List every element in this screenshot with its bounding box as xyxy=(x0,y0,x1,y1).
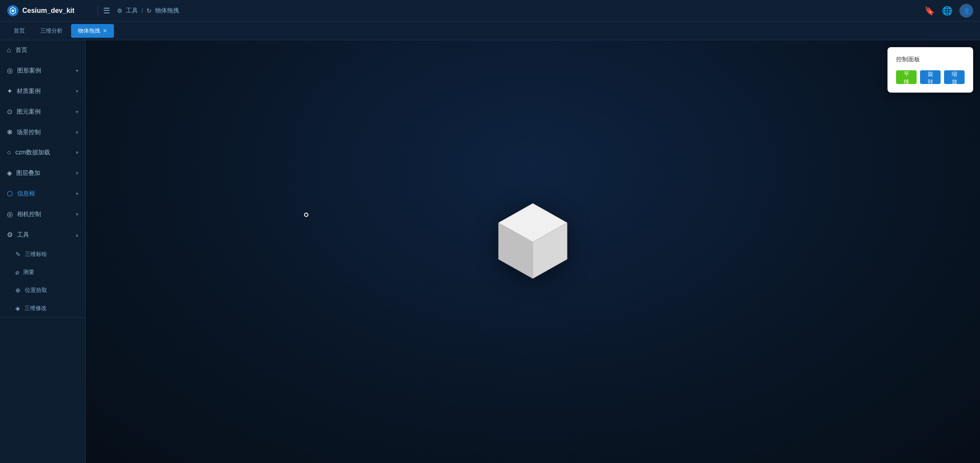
cursor xyxy=(304,213,308,217)
layer-add-arrow-icon: ▾ xyxy=(76,170,78,176)
tab-3d-analysis-label: 三维分析 xyxy=(40,27,63,35)
czm-data-arrow-icon: ▾ xyxy=(76,150,78,156)
viewport[interactable]: 控制面板 平移 旋转 缩放 xyxy=(86,40,980,463)
sidebar-item-camera-control[interactable]: ◎ 相机控制 ▾ xyxy=(0,204,85,225)
tools-icon: ⚙ xyxy=(7,231,13,239)
avatar-icon: 👤 xyxy=(963,7,970,14)
graphic-cases-icon: ◎ xyxy=(7,66,13,75)
camera-control-icon: ◎ xyxy=(7,210,13,218)
sidebar-item-layer-add[interactable]: ◈ 图层叠加 ▾ xyxy=(0,163,85,183)
element-cases-arrow-icon: ▾ xyxy=(76,109,78,115)
camera-control-arrow-icon: ▾ xyxy=(76,211,78,217)
3d-cube xyxy=(494,199,571,285)
tabs-bar: 首页 三维分析 物体拖拽 ✕ xyxy=(0,21,980,40)
nav-tool-icon: ⚙ xyxy=(117,7,122,14)
3d-cube-container xyxy=(494,199,571,287)
measure-icon: ⌀ xyxy=(15,269,19,276)
scene-control-icon: ❋ xyxy=(7,128,12,136)
nav-tool-label: 工具 xyxy=(126,7,138,15)
bookmark-icon[interactable]: 🔖 xyxy=(924,6,935,16)
svg-point-1 xyxy=(12,9,14,12)
tab-close-icon[interactable]: ✕ xyxy=(103,28,107,34)
location-pick-icon: ⊕ xyxy=(15,287,21,294)
breadcrumb-separator: / xyxy=(141,7,143,14)
logo-icon xyxy=(7,5,19,17)
home-icon: ⌂ xyxy=(7,46,11,54)
scene-control-arrow-icon: ▾ xyxy=(76,129,78,135)
sidebar-material-cases-label: 材质案例 xyxy=(17,87,72,95)
header: Cesium_dev_kit ☰ ⚙ 工具 / ↻ 物体拖拽 🔖 🌐 👤 xyxy=(0,0,980,21)
info-box-arrow-icon: ▾ xyxy=(76,191,78,197)
sidebar-tools-label: 工具 xyxy=(17,231,72,239)
control-panel: 控制面板 平移 旋转 缩放 xyxy=(887,47,973,93)
measure-label: 测量 xyxy=(23,268,34,276)
sidebar-item-czm-data[interactable]: ○ czm数据加载 ▾ xyxy=(0,143,85,163)
element-cases-icon: ⊙ xyxy=(7,108,12,116)
scale-button[interactable]: 缩放 xyxy=(944,70,965,84)
logo-text: Cesium_dev_kit xyxy=(22,7,75,15)
sidebar-sub-item-location-pick[interactable]: ⊕ 位置拾取 xyxy=(0,281,85,299)
tab-home[interactable]: 首页 xyxy=(7,24,32,38)
tab-object-drag-label: 物体拖拽 xyxy=(78,27,100,35)
rotate-button[interactable]: 旋转 xyxy=(920,70,941,84)
logo: Cesium_dev_kit xyxy=(7,5,93,17)
sidebar-graphic-cases-label: 图形案例 xyxy=(17,67,72,75)
sidebar-sub-item-measure[interactable]: ⌀ 测量 xyxy=(0,263,85,281)
globe-icon[interactable]: 🌐 xyxy=(942,6,953,16)
sidebar-camera-control-label: 相机控制 xyxy=(17,210,72,218)
main-layout: ⌂ 首页 ◎ 图形案例 ▾ ✦ 材质案例 ▾ ⊙ 图元案例 ▾ ❋ 场景控制 ▾… xyxy=(0,40,980,463)
avatar[interactable]: 👤 xyxy=(959,4,973,18)
breadcrumb: ☰ ⚙ 工具 / ↻ 物体拖拽 xyxy=(103,6,179,15)
nav-page-label: 物体拖拽 xyxy=(155,7,179,15)
sidebar-item-home[interactable]: ⌂ 首页 xyxy=(0,40,85,60)
info-box-icon: ⬡ xyxy=(7,189,13,198)
nav-page-icon: ↻ xyxy=(146,7,152,14)
header-divider xyxy=(98,6,98,16)
sidebar: ⌂ 首页 ◎ 图形案例 ▾ ✦ 材质案例 ▾ ⊙ 图元案例 ▾ ❋ 场景控制 ▾… xyxy=(0,40,86,463)
3d-markup-icon: ✎ xyxy=(15,251,21,258)
control-panel-buttons: 平移 旋转 缩放 xyxy=(896,70,965,84)
sidebar-sub-item-3d-modify[interactable]: ◈ 三维修改 xyxy=(0,299,85,318)
translate-button[interactable]: 平移 xyxy=(896,70,917,84)
sidebar-home-label: 首页 xyxy=(15,46,78,54)
sidebar-item-tools[interactable]: ⚙ 工具 ▴ xyxy=(0,225,85,245)
tab-object-drag[interactable]: 物体拖拽 ✕ xyxy=(71,24,114,38)
sidebar-czm-data-label: czm数据加载 xyxy=(15,149,72,156)
graphic-cases-arrow-icon: ▾ xyxy=(76,68,78,74)
location-pick-label: 位置拾取 xyxy=(25,286,47,294)
sidebar-info-box-label: 信息框 xyxy=(17,190,72,198)
sidebar-layer-add-label: 图层叠加 xyxy=(16,169,72,177)
czm-data-icon: ○ xyxy=(7,149,11,156)
3d-modify-label: 三维修改 xyxy=(24,304,47,312)
header-right: 🔖 🌐 👤 xyxy=(924,4,973,18)
sidebar-scene-control-label: 场景控制 xyxy=(17,129,72,136)
tab-home-label: 首页 xyxy=(14,27,25,35)
sidebar-item-graphic-cases[interactable]: ◎ 图形案例 ▾ xyxy=(0,60,85,81)
control-panel-title: 控制面板 xyxy=(896,56,965,63)
sidebar-item-element-cases[interactable]: ⊙ 图元案例 ▾ xyxy=(0,102,85,122)
menu-icon[interactable]: ☰ xyxy=(103,6,110,15)
sidebar-item-material-cases[interactable]: ✦ 材质案例 ▾ xyxy=(0,81,85,102)
3d-modify-icon: ◈ xyxy=(15,305,20,312)
sidebar-item-info-box[interactable]: ⬡ 信息框 ▾ xyxy=(0,183,85,204)
material-cases-icon: ✦ xyxy=(7,87,12,95)
tab-3d-analysis[interactable]: 三维分析 xyxy=(33,24,69,38)
sidebar-element-cases-label: 图元案例 xyxy=(17,108,72,116)
sidebar-sub-item-3d-markup[interactable]: ✎ 三维标绘 xyxy=(0,245,85,263)
tools-arrow-icon: ▴ xyxy=(76,232,78,238)
sidebar-item-scene-control[interactable]: ❋ 场景控制 ▾ xyxy=(0,122,85,143)
material-cases-arrow-icon: ▾ xyxy=(76,88,78,94)
layer-add-icon: ◈ xyxy=(7,169,12,177)
3d-markup-label: 三维标绘 xyxy=(25,250,47,258)
